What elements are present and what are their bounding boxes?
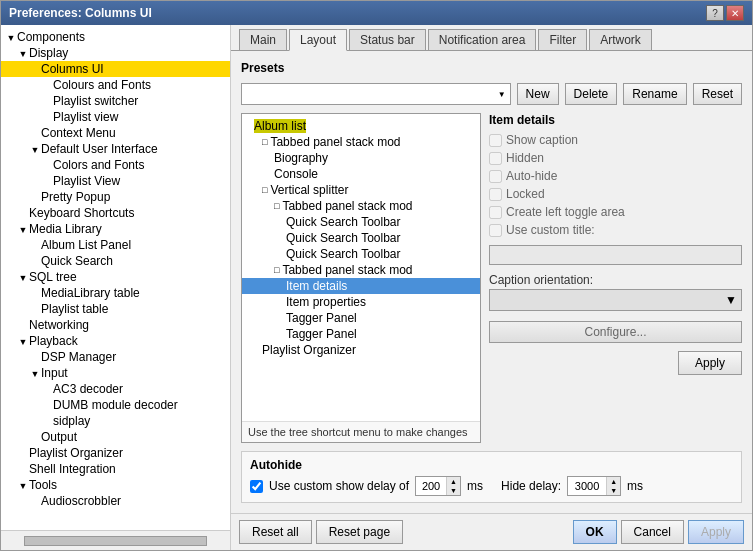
sidebar-item[interactable]: ▼Default User Interface [1,141,230,157]
create-left-toggle-label: Create left toggle area [506,205,625,219]
sidebar-item[interactable]: MediaLibrary table [1,285,230,301]
sidebar-item[interactable]: ▼SQL tree [1,269,230,285]
tab-status-bar[interactable]: Status bar [349,29,426,50]
reset-page-button[interactable]: Reset page [316,520,403,544]
layout-tree-item[interactable]: □Tabbed panel stack mod [242,134,480,150]
hidden-checkbox[interactable] [489,152,502,165]
sidebar-item[interactable]: ▼Playback [1,333,230,349]
sidebar-item[interactable]: ▼Media Library [1,221,230,237]
sidebar-item[interactable]: Playlist switcher [1,93,230,109]
layout-tree-item-label: Vertical splitter [270,183,348,197]
sidebar-item[interactable]: Context Menu [1,125,230,141]
apply-button[interactable]: Apply [688,520,744,544]
layout-body: Album list□Tabbed panel stack modBiograp… [241,113,742,443]
preferences-window: Preferences: Columns UI ? ✕ ▼Components▼… [0,0,753,551]
reset-all-button[interactable]: Reset all [239,520,312,544]
layout-tree-scroll[interactable]: Album list□Tabbed panel stack modBiograp… [242,114,480,421]
sidebar-item[interactable]: DSP Manager [1,349,230,365]
sidebar-item[interactable]: Colours and Fonts [1,77,230,93]
sidebar-item[interactable]: ▼Input [1,365,230,381]
auto-hide-checkbox[interactable] [489,170,502,183]
caption-orientation-dropdown[interactable]: ▼ [489,289,742,311]
sidebar-item[interactable]: DUMB module decoder [1,397,230,413]
sidebar-item[interactable]: Columns UI [1,61,230,77]
sidebar-tree[interactable]: ▼Components▼Display Columns UI Colours a… [1,25,230,530]
ok-button[interactable]: OK [573,520,617,544]
custom-title-field-row [489,245,742,265]
expand-icon: ▼ [17,481,29,491]
chevron-down-icon: ▼ [498,90,506,99]
sidebar-item-label: SQL tree [29,270,77,284]
rename-button[interactable]: Rename [623,83,686,105]
layout-tree-item[interactable]: Quick Search Toolbar [242,230,480,246]
layout-tree-item[interactable]: □Tabbed panel stack mod [242,198,480,214]
auto-hide-row: Auto-hide [489,169,742,183]
sidebar-item[interactable]: Keyboard Shortcuts [1,205,230,221]
delay-up-arrow[interactable]: ▲ [446,477,460,486]
layout-tree-item[interactable]: □Tabbed panel stack mod [242,262,480,278]
layout-tree-item-label: Tagger Panel [286,327,357,341]
layout-tree-item[interactable]: Item properties [242,294,480,310]
sidebar-item[interactable]: Playlist table [1,301,230,317]
new-button[interactable]: New [517,83,559,105]
locked-label: Locked [506,187,545,201]
locked-checkbox[interactable] [489,188,502,201]
sidebar-item[interactable]: Playlist View [1,173,230,189]
sidebar-item[interactable]: Networking [1,317,230,333]
sidebar-item[interactable]: Shell Integration [1,461,230,477]
layout-tree-item[interactable]: Tagger Panel [242,326,480,342]
tab-artwork[interactable]: Artwork [589,29,652,50]
reset-button[interactable]: Reset [693,83,742,105]
layout-tree-item[interactable]: Quick Search Toolbar [242,246,480,262]
cancel-button[interactable]: Cancel [621,520,684,544]
panel-apply-button[interactable]: Apply [678,351,742,375]
sidebar-item[interactable]: Playlist Organizer [1,445,230,461]
bottom-bar: Reset all Reset page OK Cancel Apply [231,513,752,550]
layout-tree-item[interactable]: Tagger Panel [242,310,480,326]
hide-delay-input[interactable] [568,480,606,492]
delete-button[interactable]: Delete [565,83,618,105]
sidebar-item[interactable]: Output [1,429,230,445]
layout-tree-item[interactable]: Biography [242,150,480,166]
sidebar-item[interactable]: Album List Panel [1,237,230,253]
tab-layout[interactable]: Layout [289,29,347,51]
sidebar-item[interactable]: Quick Search [1,253,230,269]
sidebar-item[interactable]: Playlist view [1,109,230,125]
sidebar-item-label: Playlist switcher [53,94,138,108]
autohide-checkbox[interactable] [250,480,263,493]
autohide-delay-input[interactable] [416,480,446,492]
delay-down-arrow[interactable]: ▼ [446,486,460,495]
sidebar-item[interactable]: AC3 decoder [1,381,230,397]
window-title: Preferences: Columns UI [9,6,152,20]
sidebar-item[interactable]: Colors and Fonts [1,157,230,173]
sidebar-item[interactable]: sidplay [1,413,230,429]
presets-dropdown[interactable]: ▼ [241,83,511,105]
tab-notification-area[interactable]: Notification area [428,29,537,50]
sidebar-item[interactable]: ▼Display [1,45,230,61]
close-button[interactable]: ✕ [726,5,744,21]
layout-tree-item[interactable]: Item details [242,278,480,294]
layout-tree-item[interactable]: Quick Search Toolbar [242,214,480,230]
tab-filter[interactable]: Filter [538,29,587,50]
tab-main[interactable]: Main [239,29,287,50]
layout-tree-item[interactable]: Console [242,166,480,182]
create-left-toggle-checkbox[interactable] [489,206,502,219]
hide-delay-up-arrow[interactable]: ▲ [606,477,620,486]
use-custom-title-checkbox[interactable] [489,224,502,237]
layout-tree-item-label: Tabbed panel stack mod [282,263,412,277]
layout-tree-item[interactable]: Playlist Organizer [242,342,480,358]
layout-tree-item[interactable]: Album list [242,118,480,134]
sidebar-item[interactable]: Audioscrobbler [1,493,230,509]
help-button[interactable]: ? [706,5,724,21]
hide-delay-down-arrow[interactable]: ▼ [606,486,620,495]
show-caption-checkbox[interactable] [489,134,502,147]
custom-title-input[interactable] [489,245,742,265]
sidebar-item-label: Playlist view [53,110,118,124]
sidebar-item[interactable]: Pretty Popup [1,189,230,205]
layout-tree-item-label: Item details [286,279,347,293]
layout-tree-item-label: Quick Search Toolbar [286,215,401,229]
sidebar-item[interactable]: ▼Components [1,29,230,45]
sidebar-item[interactable]: ▼Tools [1,477,230,493]
sidebar-scrollbar-bottom [1,530,230,550]
layout-tree-item[interactable]: □Vertical splitter [242,182,480,198]
